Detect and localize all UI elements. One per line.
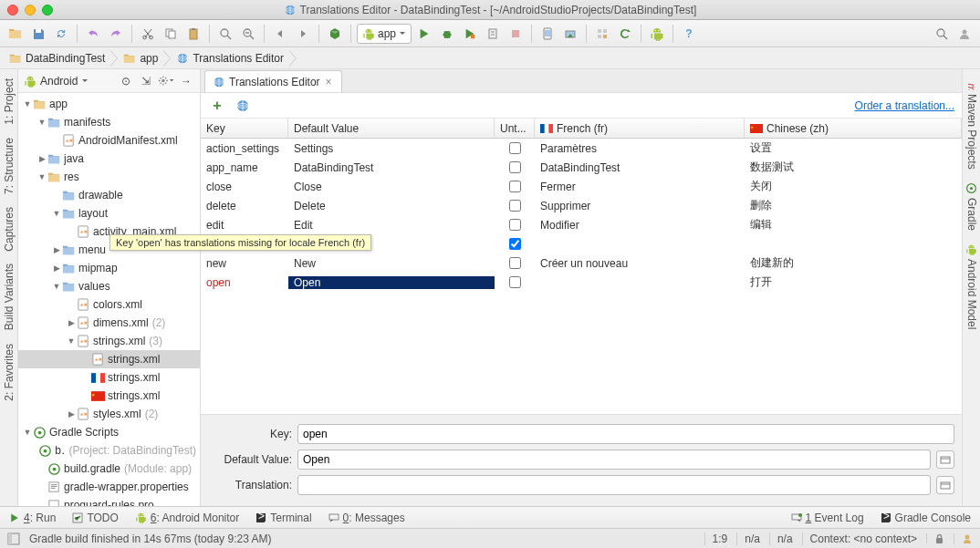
cell-default[interactable]: Settings: [288, 142, 495, 155]
cell-default-editing[interactable]: Open: [288, 276, 495, 289]
nav-forward-button[interactable]: [293, 24, 313, 44]
browse-translation-button[interactable]: [936, 476, 954, 494]
tree-node-mipmap[interactable]: ▶mipmap: [18, 259, 200, 277]
cell-chinese[interactable]: 创建新的: [745, 255, 962, 271]
th-key[interactable]: Key: [201, 119, 288, 138]
tree-node-app[interactable]: ▼app: [18, 95, 200, 113]
cell-untranslatable[interactable]: [495, 161, 535, 173]
th-default[interactable]: Default Value: [288, 119, 495, 138]
tab-maven[interactable]: mMaven Projects: [964, 73, 980, 175]
tool-todo[interactable]: TODO: [72, 512, 118, 524]
cell-default[interactable]: New: [288, 257, 495, 270]
cell-key[interactable]: app_name: [201, 161, 288, 174]
cell-key[interactable]: open: [201, 276, 288, 289]
status-cursor-position[interactable]: 1:9: [704, 532, 728, 545]
scroll-from-source-button[interactable]: ⊙: [118, 73, 134, 89]
cell-chinese[interactable]: 删除: [745, 198, 962, 213]
project-structure-button[interactable]: [592, 24, 612, 44]
add-locale-button[interactable]: [234, 97, 252, 115]
tab-build-variants[interactable]: Build Variants: [1, 258, 17, 336]
crumb-editor[interactable]: Translations Editor: [171, 48, 289, 68]
cell-french[interactable]: Créer un nouveau: [535, 257, 745, 270]
cell-key[interactable]: action_settings: [201, 142, 288, 155]
table-row[interactable]: newNewCréer un nouveau创建新的: [201, 253, 962, 273]
table-row[interactable]: app_nameDataBindingTestDataBindingTest数据…: [201, 158, 962, 177]
key-input[interactable]: [297, 424, 954, 444]
attach-debugger-button[interactable]: [483, 24, 503, 44]
run-button[interactable]: [414, 24, 434, 44]
table-row[interactable]: deleteDeleteSupprimer删除: [201, 196, 962, 215]
tool-android-monitor[interactable]: 6: Android Monitor: [135, 512, 239, 524]
status-line-sep[interactable]: n/a: [769, 532, 793, 545]
cut-button[interactable]: [138, 24, 158, 44]
untranslatable-checkbox[interactable]: [509, 181, 521, 192]
tool-terminal[interactable]: >_Terminal: [255, 512, 311, 524]
untranslatable-checkbox[interactable]: [509, 238, 521, 250]
tree-node-build-gradle-project[interactable]: build.gradle(Project: DataBindingTest): [18, 441, 200, 460]
untranslatable-checkbox[interactable]: [509, 161, 521, 173]
debug-button[interactable]: [437, 24, 457, 44]
settings-button[interactable]: [158, 73, 174, 89]
tool-gradle-console[interactable]: >_Gradle Console: [881, 512, 971, 524]
tree-node-manifests[interactable]: ▼manifests: [18, 113, 200, 131]
cell-key[interactable]: close: [201, 181, 288, 193]
user-button[interactable]: [954, 24, 975, 44]
cell-chinese[interactable]: 数据测试: [745, 160, 962, 175]
tree-node-dimens[interactable]: ▶dimens.xml(2): [18, 314, 200, 332]
tree-node-styles[interactable]: ▶styles.xml(2): [18, 405, 200, 423]
cell-default[interactable]: DataBindingTest: [288, 161, 495, 174]
tree-node-build-gradle-module[interactable]: build.gradle(Module: app): [18, 460, 200, 478]
tree-node-strings[interactable]: ▼strings.xml(3): [18, 332, 200, 350]
table-row[interactable]: editEditModifier编辑: [201, 215, 962, 234]
cell-key[interactable]: new: [201, 257, 288, 270]
crumb-module[interactable]: app: [118, 48, 163, 68]
tree-node-strings-zh[interactable]: strings.xml: [18, 387, 200, 405]
make-button[interactable]: [325, 24, 345, 44]
tree-node-proguard[interactable]: proguard-rules.pro: [18, 496, 200, 506]
cell-chinese[interactable]: 设置: [745, 140, 962, 156]
tab-favorites[interactable]: 2: Favorites: [1, 338, 17, 407]
tab-translations-editor[interactable]: Translations Editor ×: [204, 70, 342, 92]
run-config-selector[interactable]: app: [357, 24, 412, 44]
table-row[interactable]: closeCloseFermer关闭: [201, 177, 962, 196]
run-coverage-button[interactable]: [460, 24, 480, 44]
replace-button[interactable]: [238, 24, 258, 44]
tab-captures[interactable]: Captures: [1, 202, 17, 257]
cell-untranslatable[interactable]: [495, 257, 535, 269]
stop-button[interactable]: [506, 24, 526, 44]
tab-project[interactable]: 1: Project: [1, 73, 17, 130]
sync-gradle-button[interactable]: [615, 24, 635, 44]
undo-button[interactable]: [83, 24, 103, 44]
tab-gradle[interactable]: Gradle: [964, 177, 980, 236]
cell-untranslatable[interactable]: [495, 219, 535, 231]
untranslatable-checkbox[interactable]: [509, 219, 521, 231]
untranslatable-checkbox[interactable]: [509, 200, 521, 212]
tree-node-res[interactable]: ▼res: [18, 168, 200, 186]
android-tool-button[interactable]: [647, 24, 667, 44]
cell-french[interactable]: Paramètres: [535, 142, 745, 155]
status-lock[interactable]: [926, 533, 944, 543]
avd-manager-button[interactable]: [537, 24, 558, 44]
untranslatable-checkbox[interactable]: [509, 142, 521, 154]
status-encoding[interactable]: n/a: [736, 532, 760, 545]
status-context[interactable]: Context: <no context>: [802, 532, 917, 545]
cell-chinese[interactable]: 打开: [745, 274, 962, 290]
cell-key[interactable]: delete: [201, 200, 288, 212]
untranslatable-checkbox[interactable]: [509, 276, 521, 288]
cell-untranslatable[interactable]: [495, 276, 535, 288]
th-french[interactable]: French (fr): [535, 119, 745, 138]
tree-node-colors[interactable]: colors.xml: [18, 295, 200, 314]
cell-default[interactable]: Edit: [288, 219, 495, 232]
tree-node-strings-fr[interactable]: strings.xml: [18, 368, 200, 387]
default-value-input[interactable]: [297, 450, 931, 470]
tab-structure[interactable]: 7: Structure: [1, 132, 17, 200]
close-tab-button[interactable]: ×: [324, 76, 334, 88]
redo-button[interactable]: [106, 24, 126, 44]
crumb-project[interactable]: DataBindingTest: [4, 48, 110, 68]
tool-messages[interactable]: 0: Messages: [328, 512, 405, 524]
tool-run[interactable]: 4: Run: [9, 512, 56, 524]
help-button[interactable]: ?: [679, 24, 699, 44]
save-button[interactable]: [28, 24, 48, 44]
tree-node-drawable[interactable]: drawable: [18, 186, 200, 204]
cell-chinese[interactable]: 编辑: [745, 217, 962, 233]
